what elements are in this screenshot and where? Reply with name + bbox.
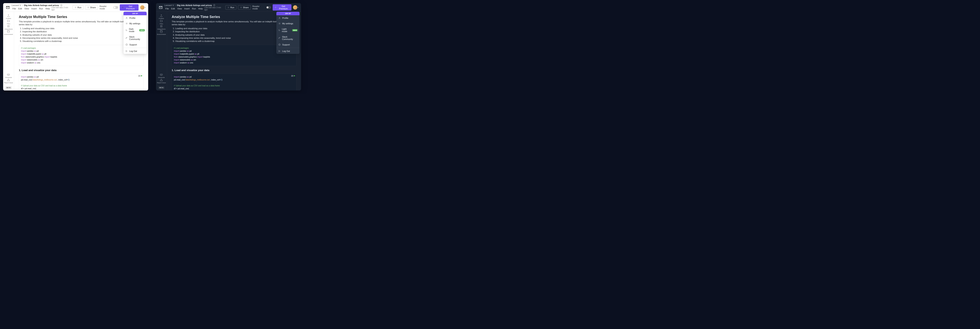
- menu-edit[interactable]: Edit: [171, 8, 175, 10]
- crumb-title[interactable]: Dig into Airbnb listings and prices: [24, 4, 59, 6]
- reader-mode-toggle[interactable]: Reader mode: [253, 5, 271, 10]
- bookmark-icon[interactable]: [60, 4, 62, 6]
- dd-gear[interactable]: My settings: [276, 21, 299, 26]
- dd-slack[interactable]: Slack Community: [276, 34, 299, 42]
- topbar: Lennert V / Dig into Airbnb listings and…: [3, 3, 148, 12]
- dd-help[interactable]: Support: [124, 42, 146, 47]
- avatar: [140, 5, 145, 9]
- menu-help[interactable]: Help: [46, 8, 50, 10]
- logo[interactable]: [158, 5, 163, 10]
- svg-point-8: [126, 23, 127, 24]
- xp-bar: 100 XP: [276, 12, 299, 15]
- sidebar-env[interactable]: Environment: [4, 30, 13, 35]
- code-cell-2[interactable]: [2]import pandas as pdpd.read_csv('data/…: [172, 74, 296, 90]
- crumb-user[interactable]: Lennert V: [12, 4, 21, 6]
- section-heading: 1. Load and visualize your data: [19, 69, 143, 72]
- dd-user[interactable]: Profile: [124, 15, 146, 21]
- dd-slack[interactable]: Slack Community: [124, 34, 146, 42]
- sidebar-integrations[interactable]: Integrations: [4, 25, 13, 30]
- menu-run[interactable]: Run: [39, 8, 43, 10]
- app-light: Lennert V / Dig into Airbnb listings and…: [3, 3, 148, 90]
- dd-gear[interactable]: My settings: [124, 21, 146, 26]
- svg-rect-21: [279, 38, 279, 39]
- menubar: FileEditViewInsertRunHelp: [13, 8, 50, 10]
- sidebar-keyboard[interactable]: Shortcuts: [157, 73, 166, 78]
- logout-item[interactable]: Log Out: [276, 48, 299, 54]
- svg-rect-10: [126, 37, 127, 38]
- svg-point-14: [162, 25, 162, 26]
- crumb-user[interactable]: Lennert V: [165, 4, 174, 6]
- svg-rect-12: [241, 7, 242, 8]
- dd-moon[interactable]: Light modeNEW: [276, 26, 299, 34]
- xp-bar: 100 XP: [124, 12, 146, 15]
- last-edit: Last edit was 3 min ago: [204, 6, 224, 11]
- svg-point-16: [162, 27, 162, 27]
- svg-rect-6: [7, 74, 10, 75]
- reader-mode-toggle[interactable]: Reader mode: [100, 5, 118, 10]
- menu-insert[interactable]: Insert: [184, 8, 190, 10]
- section-heading: 1. Load and visualize your data: [172, 69, 296, 72]
- svg-point-4: [9, 27, 10, 27]
- share-button[interactable]: Share: [85, 5, 98, 9]
- svg-rect-22: [279, 37, 280, 38]
- svg-point-15: [161, 27, 161, 27]
- menu-view[interactable]: View: [24, 8, 29, 10]
- svg-point-2: [9, 25, 10, 26]
- dd-user[interactable]: Profile: [276, 15, 299, 21]
- svg-point-13: [161, 25, 161, 26]
- logout-item[interactable]: Log Out: [124, 48, 146, 54]
- code-cell-2[interactable]: [2]import pandas as pdpd.read_csv('data/…: [19, 74, 143, 90]
- menu-insert[interactable]: Insert: [31, 8, 37, 10]
- crumb-title[interactable]: Dig into Airbnb listings and prices: [177, 4, 212, 6]
- svg-point-3: [8, 27, 8, 27]
- get-premium-button[interactable]: Get Premium: [120, 4, 138, 11]
- svg-point-7: [126, 17, 127, 18]
- app-dark: Lennert V / Dig into Airbnb listings and…: [156, 3, 301, 90]
- dd-moon[interactable]: Dark modeNEW: [124, 26, 146, 34]
- svg-rect-18: [160, 74, 162, 75]
- menu-file[interactable]: File: [13, 8, 16, 10]
- menubar: FileEditViewInsertRunHelp: [165, 8, 203, 10]
- menu-help[interactable]: Help: [198, 8, 203, 10]
- sidebar-warning[interactable]: Report Issue: [4, 78, 13, 84]
- sidebar-env[interactable]: Environment: [157, 30, 166, 35]
- breadcrumb: Lennert V / Dig into Airbnb listings and…: [12, 4, 71, 11]
- svg-rect-17: [160, 30, 162, 33]
- menu-view[interactable]: View: [177, 8, 182, 10]
- logo[interactable]: [5, 5, 10, 10]
- user-dropdown: 100 XP ProfileMy settingsLight modeNEWSl…: [276, 12, 299, 54]
- dd-help[interactable]: Support: [276, 42, 299, 47]
- avatar: [293, 5, 298, 9]
- sidebar: PublishFilesIntegrationsEnvironment Shor…: [156, 12, 167, 90]
- sidebar-publish[interactable]: Publish: [4, 14, 13, 19]
- sidebar-files[interactable]: Files: [4, 19, 13, 25]
- svg-point-1: [8, 25, 8, 26]
- get-premium-button[interactable]: Get Premium: [273, 4, 291, 11]
- beta-badge: BETA: [5, 86, 11, 89]
- sidebar-integrations[interactable]: Integrations: [157, 25, 166, 30]
- run-button[interactable]: Run: [225, 5, 236, 9]
- bookmark-icon[interactable]: [213, 4, 215, 6]
- sidebar-publish[interactable]: Publish: [157, 14, 166, 19]
- breadcrumb: Lennert V / Dig into Airbnb listings and…: [165, 4, 224, 11]
- sidebar-files[interactable]: Files: [157, 19, 166, 25]
- beta-badge: BETA: [158, 86, 164, 89]
- menu-run[interactable]: Run: [192, 8, 196, 10]
- user-dropdown: 100 XP ProfileMy settingsDark modeNEWSla…: [124, 12, 146, 54]
- sidebar: PublishFilesIntegrationsEnvironment Shor…: [3, 12, 14, 90]
- sidebar-warning[interactable]: Report Issue: [157, 78, 166, 84]
- avatar-menu[interactable]: ▾: [140, 5, 146, 9]
- last-edit: Last edit was 3 min ago: [51, 6, 71, 11]
- topbar: Lennert V / Dig into Airbnb listings and…: [156, 3, 301, 12]
- svg-point-20: [279, 23, 280, 24]
- avatar-menu[interactable]: ▾: [293, 5, 299, 9]
- svg-rect-9: [126, 38, 126, 39]
- svg-rect-5: [8, 30, 10, 33]
- menu-edit[interactable]: Edit: [18, 8, 22, 10]
- sidebar-keyboard[interactable]: Shortcuts: [4, 73, 13, 78]
- run-button[interactable]: Run: [73, 5, 83, 9]
- share-button[interactable]: Share: [238, 5, 251, 9]
- svg-point-19: [279, 17, 280, 18]
- menu-file[interactable]: File: [165, 8, 169, 10]
- svg-rect-0: [88, 7, 89, 8]
